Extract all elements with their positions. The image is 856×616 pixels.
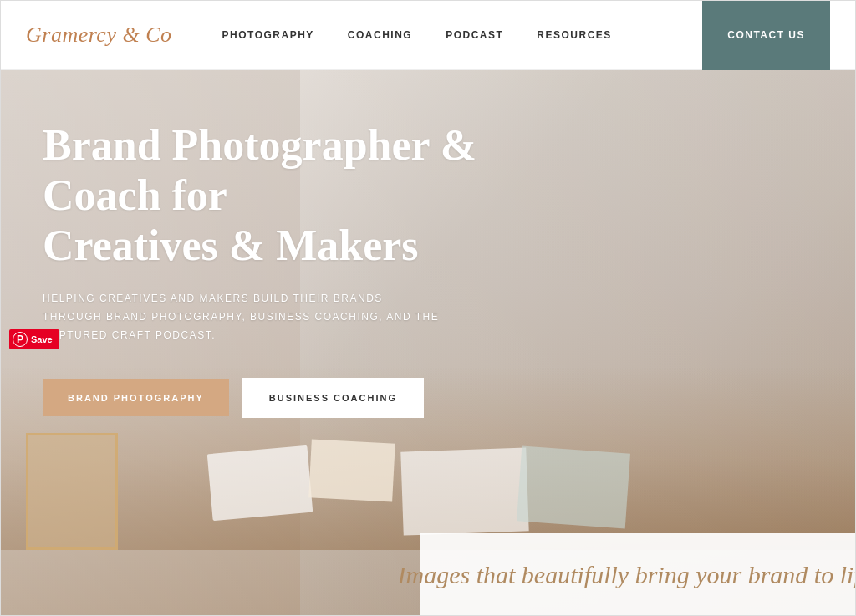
hero-section: P Save Brand Photographer & Coach for Cr…	[1, 70, 855, 616]
main-nav: PHOTOGRAPHY COACHING PODCAST RESOURCES	[222, 29, 703, 41]
hero-script-text: Images that beautifully bring your brand…	[398, 561, 855, 589]
nav-resources[interactable]: RESOURCES	[537, 29, 612, 41]
brand-photography-button[interactable]: BRAND PHOTOGRAPHY	[43, 379, 229, 416]
nav-coaching[interactable]: COACHING	[348, 29, 412, 41]
pinterest-save-label: Save	[31, 334, 53, 344]
hero-title: Brand Photographer & Coach for Creatives…	[43, 120, 544, 270]
business-coaching-button[interactable]: BUSINESS COACHING	[242, 378, 424, 418]
pinterest-save-badge[interactable]: P Save	[9, 329, 59, 349]
hero-script-area: Images that beautifully bring your brand…	[420, 533, 855, 616]
contact-button[interactable]: CONTACT US	[702, 1, 830, 70]
pinterest-icon: P	[13, 332, 28, 347]
hero-cta-buttons: BRAND PHOTOGRAPHY BUSINESS COACHING	[43, 378, 813, 418]
hero-subtitle: HELPING CREATIVES AND MAKERS BUILD THEIR…	[43, 290, 444, 344]
decorative-paper-3	[400, 447, 528, 535]
hero-title-line2: Creatives & Makers	[43, 221, 419, 269]
nav-podcast[interactable]: PODCAST	[446, 29, 503, 41]
site-logo[interactable]: Gramercy & Co	[26, 23, 172, 48]
decorative-paper-4	[517, 446, 630, 529]
hero-content: Brand Photographer & Coach for Creatives…	[1, 70, 855, 451]
hero-title-line1: Brand Photographer & Coach for	[43, 121, 476, 219]
nav-photography[interactable]: PHOTOGRAPHY	[222, 29, 314, 41]
decorative-paper-1	[207, 445, 313, 521]
site-header: Gramercy & Co PHOTOGRAPHY COACHING PODCA…	[1, 1, 855, 70]
